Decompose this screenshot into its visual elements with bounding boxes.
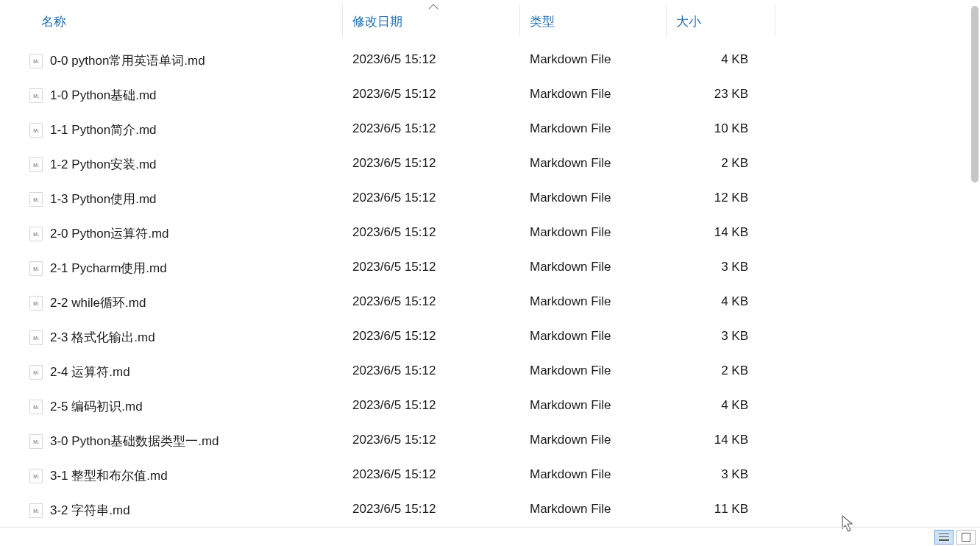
markdown-file-icon xyxy=(29,227,43,241)
view-large-icons-button[interactable] xyxy=(956,530,976,545)
column-header-date[interactable]: 修改日期 xyxy=(352,13,402,30)
column-divider[interactable] xyxy=(666,4,667,37)
file-date: 2023/6/5 15:12 xyxy=(352,364,436,378)
file-row[interactable]: 2-5 编码初识.md2023/6/5 15:12Markdown File4 … xyxy=(0,389,965,423)
file-row[interactable]: 3-1 整型和布尔值.md2023/6/5 15:12Markdown File… xyxy=(0,458,965,492)
status-bar xyxy=(0,527,980,546)
file-size: 11 KB xyxy=(714,502,748,517)
file-date: 2023/6/5 15:12 xyxy=(352,260,436,274)
file-name: 2-0 Python运算符.md xyxy=(50,225,169,242)
file-row[interactable]: 0-0 python常用英语单词.md2023/6/5 15:12Markdow… xyxy=(0,43,965,77)
file-type: Markdown File xyxy=(530,294,611,309)
file-date: 2023/6/5 15:12 xyxy=(352,329,436,344)
column-divider[interactable] xyxy=(342,4,343,37)
file-row[interactable]: 3-0 Python基础数据类型一.md2023/6/5 15:12Markdo… xyxy=(0,423,965,458)
vertical-scrollbar[interactable] xyxy=(971,6,979,182)
file-date: 2023/6/5 15:12 xyxy=(352,87,436,102)
file-size: 4 KB xyxy=(721,52,748,67)
markdown-file-icon xyxy=(29,88,43,103)
column-header-name[interactable]: 名称 xyxy=(41,13,66,30)
column-header-row: 名称 修改日期 类型 大小 xyxy=(0,0,980,43)
view-details-button[interactable] xyxy=(934,530,954,545)
file-name: 3-0 Python基础数据类型一.md xyxy=(50,433,219,450)
file-date: 2023/6/5 15:12 xyxy=(352,467,436,482)
file-size: 10 KB xyxy=(714,121,748,136)
file-type: Markdown File xyxy=(530,52,611,67)
file-size: 14 KB xyxy=(714,433,748,447)
file-name: 1-0 Python基础.md xyxy=(50,87,157,104)
markdown-file-icon xyxy=(29,123,43,138)
file-row[interactable]: 2-1 Pycharm使用.md2023/6/5 15:12Markdown F… xyxy=(0,250,965,285)
file-name: 3-2 字符串.md xyxy=(50,502,130,519)
markdown-file-icon xyxy=(29,365,43,380)
file-date: 2023/6/5 15:12 xyxy=(352,398,436,413)
markdown-file-icon xyxy=(29,434,43,449)
file-size: 3 KB xyxy=(721,260,748,274)
file-name: 2-2 while循环.md xyxy=(50,294,146,311)
markdown-file-icon xyxy=(29,400,43,414)
column-divider[interactable] xyxy=(775,4,775,37)
file-type: Markdown File xyxy=(530,121,611,136)
file-size: 14 KB xyxy=(714,225,748,240)
file-list: 0-0 python常用英语单词.md2023/6/5 15:12Markdow… xyxy=(0,43,965,527)
file-type: Markdown File xyxy=(530,156,611,171)
list-view-icon xyxy=(939,533,949,541)
large-icons-view-icon xyxy=(962,533,970,542)
file-type: Markdown File xyxy=(530,364,611,378)
file-name: 2-3 格式化输出.md xyxy=(50,329,155,346)
file-row[interactable]: 1-3 Python使用.md2023/6/5 15:12Markdown Fi… xyxy=(0,181,965,216)
file-name: 3-1 整型和布尔值.md xyxy=(50,467,168,484)
file-type: Markdown File xyxy=(530,260,611,274)
file-row[interactable]: 2-3 格式化输出.md2023/6/5 15:12Markdown File3… xyxy=(0,319,965,354)
file-date: 2023/6/5 15:12 xyxy=(352,52,436,67)
file-type: Markdown File xyxy=(530,225,611,240)
file-name: 0-0 python常用英语单词.md xyxy=(50,52,205,69)
markdown-file-icon xyxy=(29,503,43,518)
markdown-file-icon xyxy=(29,296,43,311)
file-row[interactable]: 2-2 while循环.md2023/6/5 15:12Markdown Fil… xyxy=(0,285,965,319)
file-size: 4 KB xyxy=(721,398,748,413)
file-date: 2023/6/5 15:12 xyxy=(352,294,436,309)
file-row[interactable]: 1-2 Python安装.md2023/6/5 15:12Markdown Fi… xyxy=(0,146,965,181)
markdown-file-icon xyxy=(29,54,43,68)
file-name: 2-4 运算符.md xyxy=(50,364,130,380)
file-row[interactable]: 2-4 运算符.md2023/6/5 15:12Markdown File2 K… xyxy=(0,354,965,389)
file-type: Markdown File xyxy=(530,467,611,482)
file-name: 2-5 编码初识.md xyxy=(50,398,143,415)
file-date: 2023/6/5 15:12 xyxy=(352,191,436,205)
file-date: 2023/6/5 15:12 xyxy=(352,502,436,517)
file-size: 23 KB xyxy=(714,87,748,102)
file-date: 2023/6/5 15:12 xyxy=(352,433,436,447)
file-type: Markdown File xyxy=(530,191,611,205)
file-row[interactable]: 2-0 Python运算符.md2023/6/5 15:12Markdown F… xyxy=(0,216,965,250)
file-row[interactable]: 1-0 Python基础.md2023/6/5 15:12Markdown Fi… xyxy=(0,77,965,112)
column-header-size[interactable]: 大小 xyxy=(676,13,701,30)
file-type: Markdown File xyxy=(530,398,611,413)
file-date: 2023/6/5 15:12 xyxy=(352,156,436,171)
column-divider[interactable] xyxy=(519,4,520,37)
file-name: 2-1 Pycharm使用.md xyxy=(50,260,167,277)
file-size: 2 KB xyxy=(721,364,748,378)
file-size: 12 KB xyxy=(714,191,748,205)
file-type: Markdown File xyxy=(530,433,611,447)
file-size: 3 KB xyxy=(721,329,748,344)
file-name: 1-1 Python简介.md xyxy=(50,121,157,138)
markdown-file-icon xyxy=(29,261,43,276)
sort-ascending-icon xyxy=(428,1,438,12)
file-size: 2 KB xyxy=(721,156,748,171)
file-type: Markdown File xyxy=(530,329,611,344)
file-name: 1-3 Python使用.md xyxy=(50,191,157,208)
file-type: Markdown File xyxy=(530,87,611,102)
file-date: 2023/6/5 15:12 xyxy=(352,121,436,136)
file-name: 1-2 Python安装.md xyxy=(50,156,157,173)
markdown-file-icon xyxy=(29,469,43,483)
file-date: 2023/6/5 15:12 xyxy=(352,225,436,240)
file-size: 4 KB xyxy=(721,294,748,309)
file-row[interactable]: 1-1 Python简介.md2023/6/5 15:12Markdown Fi… xyxy=(0,112,965,146)
markdown-file-icon xyxy=(29,157,43,172)
file-type: Markdown File xyxy=(530,502,611,517)
file-row[interactable]: 3-2 字符串.md2023/6/5 15:12Markdown File11 … xyxy=(0,492,965,527)
markdown-file-icon xyxy=(29,192,43,207)
column-header-type[interactable]: 类型 xyxy=(530,13,555,30)
file-size: 3 KB xyxy=(721,467,748,482)
